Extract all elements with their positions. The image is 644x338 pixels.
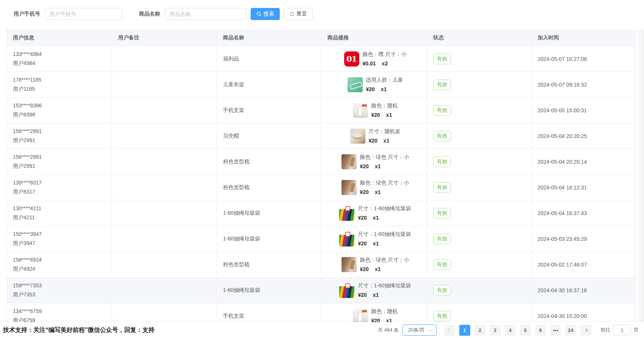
table-row: 150****3947用户39471-60抽绳垃圾袋尺寸：1-60抽绳垃圾袋¥2… [7,226,635,252]
spec-text: 颜色：嘿 尺寸：小 [363,51,407,58]
refresh-icon [290,12,295,17]
product-spec-cell: 尺寸：1-60抽绳垃圾袋¥20x1 [321,278,427,303]
join-time-cell: 2024-05-04 20:20:14 [532,149,635,175]
user-remark-cell [112,149,217,175]
goto-label: 前往 [600,327,610,333]
spec-lines: 颜色：绿色 尺寸：小¥20x1 [360,154,409,169]
spec-text: 适用人群：儿童 [366,77,403,84]
quantity: x1 [375,189,381,195]
column-header: 状态 [427,29,532,46]
product-spec-cell: 尺寸：随机发¥20x1 [321,123,427,149]
table-row: 133****4984用户4984福利品01颜色：嘿 尺寸：小¥0.01x2有效… [7,46,635,72]
price-line: ¥20x1 [371,112,398,118]
search-button[interactable]: 搜索 [251,8,280,20]
product-spec-cell: 尺寸：1-60抽绳垃圾袋¥20x1 [321,200,427,226]
quantity: x1 [386,112,392,118]
page-size-select[interactable]: 20条/页 [402,324,437,336]
product-thumbnail: 01 [344,51,359,67]
spec-text: 颜色：绿色 尺寸：小 [360,257,409,264]
user-phone: 178****1185 [13,77,108,83]
user-remark-cell [112,200,217,226]
quantity: x1 [375,266,381,272]
pagination-page-5[interactable]: 5 [520,325,531,336]
product-thumbnail [339,206,354,221]
spec-text: 颜色：随机 [371,308,398,315]
pagination-next-button[interactable] [580,325,591,336]
product-thumbnail [339,283,354,298]
join-time-cell: 2024-05-04 16:37:43 [532,200,635,226]
price-line: ¥20x1 [358,215,411,221]
spec-lines: 颜色：绿色 尺寸：小¥20x1 [360,180,409,195]
table-right-shadow [635,29,644,322]
user-phone: 153****8396 [13,102,108,109]
chevron-left-icon [448,328,452,332]
user-phone: 139****8317 [13,180,108,186]
product-spec-cell: 适用人群：儿童¥20x1 [321,72,427,98]
product-spec-cell: 颜色：绿色 尺寸：小¥20x1 [321,252,427,278]
product-name-cell: 福利品 [217,46,321,72]
price-line: ¥20x1 [360,163,409,169]
join-time-cell: 2024-05-02 17:46:07 [532,252,635,278]
price-line: ¥20x1 [366,86,403,92]
user-phone: 156****2991 [13,128,108,134]
spec-lines: 颜色：随机¥20x1 [371,308,398,324]
phone-input[interactable] [45,8,122,20]
status-cell: 有效 [427,46,532,72]
status-badge: 有效 [433,182,451,193]
status-badge: 有效 [433,54,451,64]
phone-label: 用户手机号 [14,11,40,17]
status-cell: 有效 [427,200,532,226]
product-name-input[interactable] [165,8,246,20]
join-time-cell: 2024-05-03 23:45:29 [532,226,635,252]
table-row: 156****2991用户2991贝壳帽尺寸：随机发¥20x1有效2024-05… [7,123,635,149]
table-row: 130****4211用户42111-60抽绳垃圾袋尺寸：1-60抽绳垃圾袋¥2… [7,200,635,226]
pagination-page-6[interactable]: 6 [535,325,546,336]
join-time-cell: 2024-05-07 09:16:32 [532,72,635,98]
pagination-page-2[interactable]: 2 [474,325,485,336]
pagination-page-4[interactable]: 4 [505,325,516,336]
price: ¥20 [360,189,369,195]
user-phone: 158****4924 [13,257,108,263]
chevron-down-icon [429,328,432,332]
quantity: x1 [375,163,381,169]
user-nickname: 用户2991 [13,163,108,170]
spec-lines: 颜色：绿色 尺寸：小¥20x1 [360,257,409,272]
price-line: ¥20x1 [360,266,409,272]
user-remark-cell [112,278,217,303]
reset-button[interactable]: 重置 [284,8,313,20]
product-spec-cell: 01颜色：嘿 尺寸：小¥0.01x2 [321,46,427,72]
column-header: 商品规格 [321,29,427,46]
goto-page-input[interactable] [613,325,631,335]
price-line: ¥20x1 [358,240,411,247]
user-info-cell: 133****4984用户4984 [7,46,112,72]
product-thumbnail [353,309,368,324]
product-spec-cell: 尺寸：1-60抽绳垃圾袋¥20x1 [321,226,427,252]
status-badge: 有效 [433,105,451,116]
pagination-more-button[interactable]: ••• [550,325,561,336]
table-row: 153****8396用户8396手机支架颜色：随机¥20x1有效2024-05… [7,98,635,123]
status-cell: 有效 [427,123,532,149]
join-time-cell: 2024-04-30 16:37:18 [532,278,635,303]
status-cell: 有效 [427,278,532,303]
table-body: 133****4984用户4984福利品01颜色：嘿 尺寸：小¥0.01x2有效… [7,46,635,329]
status-badge: 有效 [433,208,451,219]
spec-text: 尺寸：1-60抽绳垃圾袋 [358,231,411,238]
data-table: 用户信息用户备注商品名称商品规格状态加入时间 133****4984用户4984… [6,29,635,329]
join-time-cell: 2024-05-07 10:27:08 [532,46,635,72]
pagination-page-1[interactable]: 1 [459,325,470,336]
user-info-cell: 156****2991用户2991 [7,149,112,175]
pagination-prev-button[interactable] [444,325,455,336]
price: ¥20 [358,215,366,221]
user-remark-cell [112,46,217,72]
user-nickname: 用户8317 [13,189,108,195]
status-badge: 有效 [433,157,451,167]
spec-text: 颜色：绿色 尺寸：小 [360,180,409,186]
table-header-row: 用户信息用户备注商品名称商品规格状态加入时间 [7,29,635,46]
pagination-page-3[interactable]: 3 [490,325,501,336]
product-thumbnail [350,129,365,144]
user-remark-cell [112,72,217,98]
footer-bar: 技术支持：关注“编写美好前程”微信公众号，回复：支持 共 464 条 20条/页… [0,322,644,338]
column-header: 用户备注 [112,29,217,46]
pagination-page-24[interactable]: 24 [565,325,576,336]
quantity: x1 [373,240,379,247]
